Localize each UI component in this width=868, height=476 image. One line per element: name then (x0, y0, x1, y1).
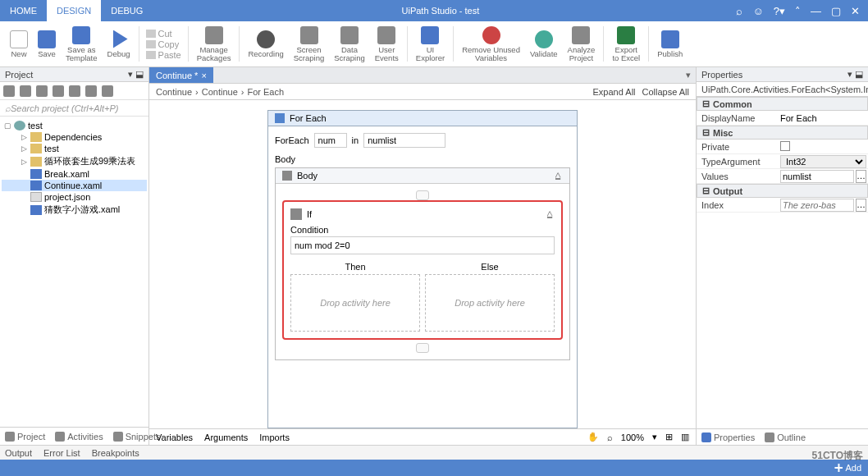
help-icon[interactable]: ?▾ (774, 5, 785, 17)
foreach-collection-input[interactable] (363, 133, 445, 148)
prop-index-input[interactable] (780, 199, 854, 212)
refresh-icon[interactable] (36, 85, 48, 97)
collapse-all-icon[interactable] (20, 85, 31, 97)
foreach-label: ForEach (275, 135, 309, 145)
recording-button[interactable]: Recording (243, 23, 288, 65)
connector-bottom[interactable] (416, 343, 429, 353)
expand-all-icon[interactable] (3, 85, 15, 97)
condition-input[interactable]: num mod 2=0 (290, 236, 555, 254)
settings-icon[interactable] (85, 85, 97, 97)
prop-typearg-select[interactable]: Int32 (780, 155, 866, 168)
folder-icon[interactable] (69, 85, 80, 97)
remove-vars-button[interactable]: Remove Unused Variables (457, 23, 525, 65)
if-activity[interactable]: If⩠ Condition num mod 2=0 ThenDrop activ… (282, 200, 563, 340)
tree-item[interactable]: ▷Dependencies (2, 131, 147, 143)
tab-home[interactable]: HOME (0, 0, 47, 21)
tree-item[interactable]: ▷test (2, 143, 147, 154)
expand-all-button[interactable]: Expand All (593, 87, 636, 97)
pin-icon[interactable]: ▾ ⬓ (128, 69, 144, 80)
side-tab-activities[interactable]: Activities (50, 432, 107, 442)
save-template-button[interactable]: Save as Template (61, 23, 103, 65)
collapse-ribbon-icon[interactable]: ˄ (795, 5, 801, 17)
zoom-value[interactable]: 100% (621, 433, 644, 442)
prop-tab-outline[interactable]: Outline (760, 433, 811, 442)
tree-root[interactable]: ▢test (2, 120, 147, 131)
user-events-button[interactable]: User Events (370, 23, 404, 65)
search-icon[interactable]: ⌕ (736, 5, 742, 17)
var-tab-imports[interactable]: Imports (259, 433, 290, 442)
else-drop[interactable]: Drop activity here (425, 274, 555, 332)
prop-tab-properties[interactable]: Properties (697, 433, 760, 442)
export-excel-button[interactable]: Export to Excel (607, 23, 645, 65)
status-breakpoints[interactable]: Breakpoints (92, 448, 139, 458)
tab-menu-icon[interactable]: ▾ (681, 67, 696, 83)
prop-values-input[interactable] (780, 170, 854, 183)
tree-item[interactable]: Break.xaml (2, 168, 147, 180)
crumb-0[interactable]: Continue (156, 87, 192, 97)
side-tab-project[interactable]: Project (0, 432, 50, 442)
var-tab-arguments[interactable]: Arguments (204, 433, 248, 442)
new-button[interactable]: New (5, 23, 33, 65)
prop-displayname[interactable]: For Each (779, 113, 868, 123)
remove-icon[interactable] (102, 85, 113, 97)
collapse-body-icon[interactable]: ⩠ (554, 171, 563, 181)
close-icon[interactable]: ✕ (851, 5, 860, 17)
analyze-button[interactable]: Analyze Project (563, 23, 601, 65)
fit-screen-icon[interactable]: ⊞ (665, 432, 673, 442)
var-tab-variables[interactable]: Variables (156, 433, 193, 442)
manage-packages-button[interactable]: Manage Packages (192, 23, 236, 65)
cat-output[interactable]: ⊟Output (697, 184, 868, 198)
project-panel-title: Project (5, 70, 33, 80)
connector-top[interactable] (416, 190, 429, 200)
else-label: Else (425, 259, 555, 274)
tree-item[interactable]: ▷循环嵌套生成99乘法表 (2, 154, 147, 168)
data-scraping-button[interactable]: Data Scraping (329, 23, 370, 65)
then-drop[interactable]: Drop activity here (290, 274, 420, 332)
foreach-icon (275, 113, 285, 123)
props-pin-icon[interactable]: ▾ ⬓ (847, 69, 863, 80)
tab-debug[interactable]: DEBUG (101, 0, 153, 21)
paste-button[interactable]: Paste (146, 50, 181, 60)
crumb-1[interactable]: Continue (202, 87, 238, 97)
foreach-activity[interactable]: For Each ForEach in Body Body⩠ (267, 110, 578, 428)
cat-misc[interactable]: ⊟Misc (697, 126, 868, 140)
minimize-icon[interactable]: — (811, 5, 821, 17)
debug-button[interactable]: Debug (103, 23, 135, 65)
tab-design[interactable]: DESIGN (47, 0, 101, 21)
collapse-all-button[interactable]: Collapse All (642, 87, 689, 97)
project-tree[interactable]: ▢test ▷Dependencies▷test▷循环嵌套生成99乘法表Brea… (0, 117, 148, 427)
tree-item[interactable]: Continue.xaml (2, 180, 147, 191)
screen-scraping-button[interactable]: Screen Scraping (289, 23, 330, 65)
save-button[interactable]: Save (33, 23, 61, 65)
activity-type-info: UiPath.Core.Activities.ForEach<System.In… (697, 82, 868, 97)
feedback-icon[interactable]: ☺ (752, 5, 763, 17)
foreach-title: For Each (290, 113, 327, 123)
show-all-icon[interactable] (53, 85, 64, 97)
prop-private-checkbox[interactable] (780, 141, 790, 151)
collapse-if-icon[interactable]: ⩠ (546, 209, 555, 219)
tree-item[interactable]: 猜数字小游戏.xaml (2, 203, 147, 217)
sequence-icon (282, 171, 292, 181)
maximize-icon[interactable]: ▢ (831, 5, 841, 17)
tree-item[interactable]: project.json (2, 191, 147, 203)
doc-tab-continue[interactable]: Continue *× (149, 67, 213, 83)
copy-button[interactable]: Copy (146, 39, 181, 49)
pan-icon[interactable]: ✋ (587, 432, 599, 442)
cut-button[interactable]: Cut (146, 29, 181, 39)
publish-button[interactable]: Publish (652, 23, 688, 65)
zoom-dropdown-icon[interactable]: ▾ (652, 432, 657, 442)
project-search-input[interactable]: ⌕ Search project (Ctrl+Alt+P) (0, 100, 148, 117)
validate-button[interactable]: Validate (525, 23, 563, 65)
status-errorlist[interactable]: Error List (43, 448, 80, 458)
zoom-reset-icon[interactable]: ⌕ (607, 433, 613, 442)
ui-explorer-button[interactable]: UI Explorer (411, 23, 450, 65)
status-output[interactable]: Output (5, 448, 32, 458)
overview-icon[interactable]: ▥ (681, 432, 689, 442)
prop-values-ellipsis[interactable]: … (856, 170, 866, 183)
close-tab-icon[interactable]: × (201, 71, 206, 80)
prop-index-ellipsis[interactable]: … (856, 199, 866, 212)
cat-common[interactable]: ⊟Common (697, 97, 868, 111)
add-button[interactable]: Add (834, 463, 861, 473)
foreach-item-input[interactable] (314, 133, 347, 148)
crumb-2[interactable]: For Each (247, 87, 284, 97)
